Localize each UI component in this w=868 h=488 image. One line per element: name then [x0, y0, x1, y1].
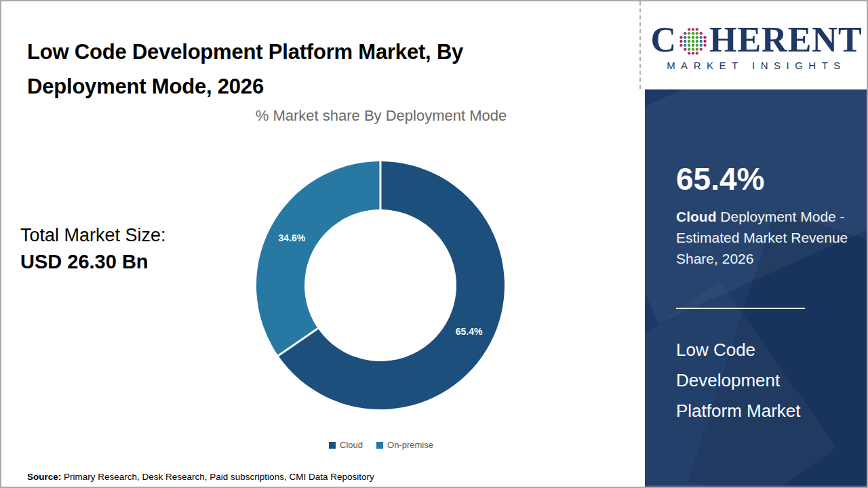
sidebar-stat-description-bold: Cloud: [676, 209, 716, 224]
sidebar-market-name: Low Code Development Platform Market: [676, 335, 829, 426]
globe-dot: [692, 44, 694, 47]
total-market-size: Total Market Size: USD 26.30 Bn: [20, 222, 166, 275]
globe-dot: [684, 48, 686, 51]
globe-dot: [700, 36, 703, 39]
globe-dot: [692, 48, 694, 51]
globe-dot: [700, 44, 703, 47]
globe-dot: [679, 36, 682, 39]
source-note: Source: Primary Research, Desk Research,…: [27, 472, 374, 482]
globe-dot: [688, 44, 690, 47]
globe-dot: [700, 32, 703, 35]
globe-dot: [700, 40, 703, 43]
globe-dot: [696, 28, 698, 30]
globe-dot: [692, 36, 694, 39]
globe-dot: [696, 48, 698, 51]
globe-dot: [696, 52, 698, 54]
globe-dot: [696, 40, 698, 43]
brand-logo: C HERENT MARKET INSIGHTS: [645, 1, 868, 89]
donut-chart-svg: [255, 160, 506, 411]
globe-dot: [692, 40, 694, 43]
globe-dot: [688, 32, 690, 35]
globe-dot: [688, 40, 690, 43]
globe-dot: [692, 52, 694, 54]
globe-dot: [696, 36, 698, 39]
sidebar-divider: [676, 308, 805, 309]
brand-logo-subtitle: MARKET INSIGHTS: [667, 60, 846, 71]
legend-item-cloud: Cloud: [329, 440, 363, 450]
chart-subtitle: % Market share By Deployment Mode: [117, 107, 646, 125]
slice-label-cloud: 65.4%: [449, 326, 490, 337]
donut-slice-on-premise: [256, 161, 380, 356]
globe-dot: [688, 52, 690, 54]
legend-swatch: [329, 442, 336, 449]
sidebar: 65.4% Cloud Deployment Mode - Estimated …: [645, 89, 868, 488]
infographic-page: Low Code Development Platform Market, By…: [0, 0, 868, 488]
sidebar-stat-value: 65.4%: [676, 160, 764, 198]
globe-dot: [700, 48, 703, 51]
total-market-size-label: Total Market Size:: [20, 222, 166, 248]
globe-dot: [696, 32, 698, 35]
globe-dot: [703, 36, 706, 39]
globe-dot: [684, 32, 686, 35]
globe-dot: [688, 28, 690, 30]
globe-dot: [684, 40, 686, 43]
globe-dot: [692, 32, 694, 35]
source-text: Primary Research, Desk Research, Paid su…: [61, 472, 374, 482]
legend-label: Cloud: [340, 440, 363, 450]
globe-dot: [692, 28, 694, 30]
globe-dots-icon: [678, 26, 708, 56]
legend-label: On-premise: [387, 440, 433, 450]
brand-logo-wordmark: C HERENT: [650, 22, 862, 58]
legend-item-on-premise: On-premise: [376, 440, 433, 450]
page-title: Low Code Development Platform Market, By…: [27, 35, 570, 104]
header-dashed-divider: [639, 1, 641, 89]
donut-chart: 65.4%34.6%: [255, 160, 506, 411]
total-market-size-value: USD 26.30 Bn: [20, 248, 166, 275]
globe-dot: [703, 44, 706, 47]
sidebar-stat-description: Cloud Deployment Mode - Estimated Market…: [676, 206, 851, 269]
globe-dot: [688, 36, 690, 39]
source-label: Source:: [27, 472, 61, 482]
globe-dot: [679, 40, 682, 43]
globe-dot: [679, 44, 682, 47]
slice-label-on-premise: 34.6%: [271, 232, 312, 243]
logo-letter-c: C: [650, 22, 677, 58]
logo-letters-herent: HERENT: [709, 22, 863, 58]
globe-dot: [684, 36, 686, 39]
chart-legend: CloudOn-premise: [117, 440, 646, 450]
legend-swatch: [376, 442, 383, 449]
globe-dot: [684, 44, 686, 47]
globe-dot: [688, 48, 690, 51]
globe-dot: [703, 40, 706, 43]
globe-dot: [696, 44, 698, 47]
